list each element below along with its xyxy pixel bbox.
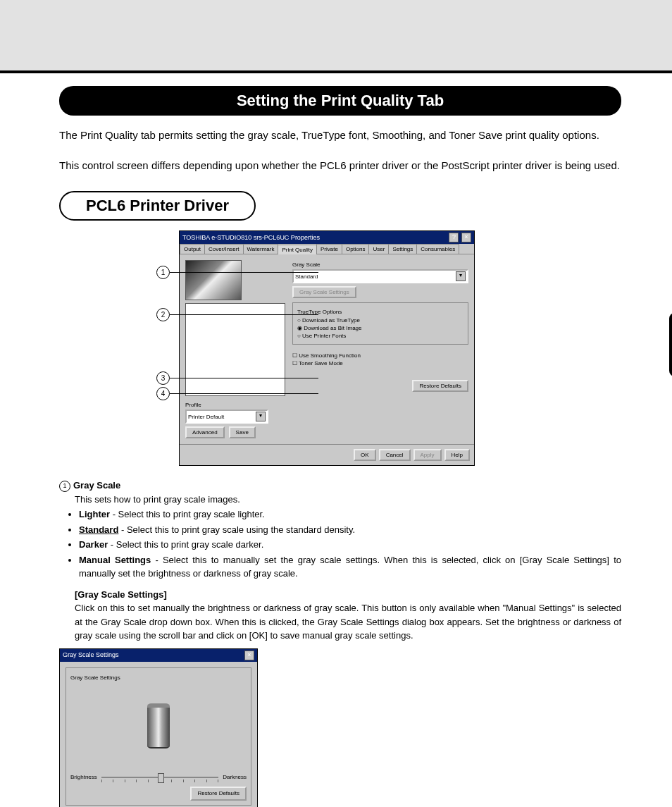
brightness-slider[interactable]	[101, 772, 218, 782]
tab-print-quality[interactable]: Print Quality	[278, 245, 317, 254]
callout-1-leader	[170, 272, 318, 273]
desc-li-lighter-t: - Select this to print gray scale lighte…	[110, 509, 265, 519]
darkness-label: Darkness	[223, 773, 247, 782]
profile-dropdown[interactable]: Printer Default▾	[185, 409, 268, 424]
callout-4-leader	[170, 393, 318, 394]
profile-value: Printer Default	[188, 414, 224, 420]
desc-li-standard: Standard - Select this to print gray sca…	[79, 523, 621, 537]
header-gray-band	[0, 0, 672, 70]
profile-label: Profile	[185, 402, 201, 408]
close-icon[interactable]: ×	[461, 233, 471, 242]
tab-settings[interactable]: Settings	[388, 244, 417, 254]
help-icon[interactable]: ?	[449, 233, 459, 242]
intro-paragraph-1: The Print Quality tab permits setting th…	[59, 125, 621, 146]
tab-cover-insert[interactable]: Cover/Insert	[204, 244, 244, 254]
cylinder-icon	[147, 703, 170, 749]
description-block: 1Gray Scale This sets how to print gray …	[59, 479, 621, 807]
truetype-group: TrueType Options Download as TrueType Do…	[292, 302, 468, 345]
dialog-titlebar: TOSHIBA e-STUDIO810 srs-PCL6UC Propertie…	[180, 231, 474, 244]
dialog-tabs: Output Cover/Insert Watermark Print Qual…	[180, 244, 474, 254]
dlg2-title: Gray Scale Settings	[63, 651, 119, 660]
titlebar-buttons: ? ×	[448, 233, 471, 242]
desc-li-manual: Manual Settings - Select this to manuall…	[79, 553, 621, 581]
desc-gray-scale-text: This sets how to print gray scale images…	[75, 493, 621, 507]
tab-options[interactable]: Options	[342, 244, 370, 254]
dlg2-group-label: Gray Scale Settings	[70, 674, 247, 682]
truetype-label: TrueType Options	[297, 309, 463, 315]
help-button[interactable]: Help	[444, 449, 470, 461]
dialog-button-row: OK Cancel Apply Help	[180, 444, 474, 465]
desc-li-darker-t: - Select this to print gray scale darker…	[108, 539, 263, 550]
desc-li-standard-b: Standard	[79, 524, 118, 535]
slider-thumb[interactable]	[158, 773, 164, 783]
checkbox-toner-save[interactable]: Toner Save Mode	[292, 359, 468, 367]
desc-li-lighter-b: Lighter	[79, 509, 110, 519]
dlg2-restore-defaults-button[interactable]: Restore Defaults	[190, 787, 247, 801]
dlg2-group: Gray Scale Settings Brightness Darkness	[66, 667, 251, 806]
dlg2-preview	[70, 684, 247, 768]
desc-li-standard-t: - Select this to print gray scale using …	[118, 524, 355, 535]
tab-consumables[interactable]: Consumables	[416, 244, 459, 254]
radio-download-truetype[interactable]: Download as TrueType	[297, 316, 463, 324]
restore-defaults-button[interactable]: Restore Defaults	[412, 380, 468, 392]
callout-4: 4	[156, 387, 318, 400]
callout-3-leader	[170, 378, 318, 378]
apply-button[interactable]: Apply	[413, 449, 442, 461]
gray-scale-label: Gray Scale	[292, 261, 468, 268]
desc-gs-settings-text: Click on this to set manually the bright…	[75, 601, 621, 643]
desc-li-lighter: Lighter - Select this to print gray scal…	[79, 507, 621, 522]
ok-button[interactable]: OK	[354, 449, 376, 461]
desc-gray-scale-heading: Gray Scale	[73, 480, 120, 491]
dlg2-titlebar: Gray Scale Settings ×	[60, 649, 257, 662]
desc-li-darker-b: Darker	[79, 539, 108, 550]
brightness-label: Brightness	[70, 773, 97, 782]
subsection-title: PCL6 Printer Driver	[59, 191, 256, 221]
tab-private[interactable]: Private	[316, 244, 342, 254]
checkbox-smoothing[interactable]: Use Smoothing Function	[292, 352, 468, 359]
callout-4-num: 4	[156, 387, 170, 400]
callout-3-num: 3	[156, 371, 170, 385]
tab-watermark[interactable]: Watermark	[243, 244, 279, 254]
properties-dialog-figure: 1 2 3 4 TOSHIBA e-STUDIO810 srs-PCL6UC P…	[179, 230, 475, 466]
tab-output[interactable]: Output	[180, 244, 205, 254]
desc-gs-settings-heading: [Gray Scale Settings]	[75, 589, 167, 600]
intro-paragraph-2: This control screen differs depending up…	[59, 156, 621, 176]
callout-2: 2	[156, 308, 318, 321]
chevron-down-icon: ▾	[456, 271, 466, 281]
gray-scale-settings-dialog: Gray Scale Settings × Gray Scale Setting…	[59, 648, 258, 808]
close-icon[interactable]: ×	[244, 651, 254, 660]
cancel-button[interactable]: Cancel	[379, 449, 411, 461]
gray-scale-settings-button[interactable]: Gray Scale Settings	[292, 286, 356, 298]
dialog-title: TOSHIBA e-STUDIO810 srs-PCL6UC Propertie…	[182, 234, 320, 241]
desc-li-manual-t: - Select this to manually set the gray s…	[79, 555, 621, 579]
desc-callout-1: 1	[59, 481, 70, 492]
radio-use-printer-fonts[interactable]: Use Printer Fonts	[297, 332, 463, 340]
section-title: Setting the Print Quality Tab	[59, 86, 621, 116]
callout-2-num: 2	[156, 308, 170, 321]
chevron-down-icon: ▾	[256, 412, 266, 421]
gray-scale-dropdown[interactable]: Standard▾	[292, 269, 468, 283]
advanced-button[interactable]: Advanced	[185, 426, 225, 438]
callout-2-leader	[170, 314, 318, 315]
desc-li-manual-b: Manual Settings	[79, 555, 151, 565]
chapter-side-tab: Printing from Windows Computer	[669, 313, 672, 376]
callout-3: 3	[156, 371, 318, 385]
callout-1: 1	[156, 266, 318, 279]
radio-download-bitimage[interactable]: Download as Bit Image	[297, 324, 463, 332]
callout-1-num: 1	[156, 266, 170, 279]
tab-user[interactable]: User	[368, 244, 389, 254]
desc-li-darker: Darker - Select this to print gray scale…	[79, 538, 621, 552]
save-button[interactable]: Save	[229, 426, 256, 438]
